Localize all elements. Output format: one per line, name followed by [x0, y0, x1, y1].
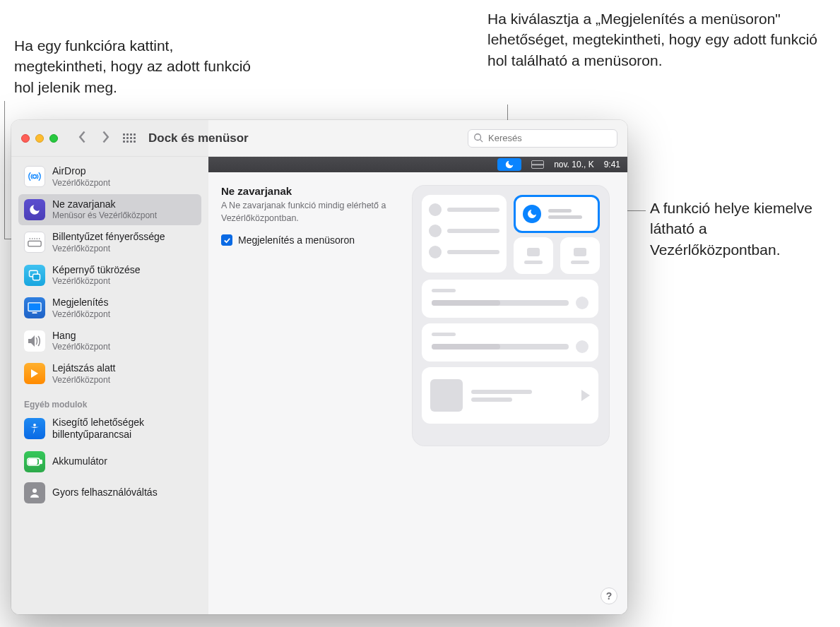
dnd-icon — [24, 199, 45, 220]
search-field-wrap — [468, 129, 617, 148]
keyboard-brightness-icon — [24, 232, 45, 253]
search-input[interactable] — [468, 129, 617, 148]
callout-text: A funkció helye kiemelve látható a Vezér… — [650, 198, 834, 260]
sidebar-item-label: Megjelenítés — [52, 297, 110, 309]
moon-icon — [523, 205, 541, 223]
display-icon — [24, 297, 45, 318]
sidebar-item-accessibility-shortcuts[interactable]: Kisegítő lehetőségek billentyűparancsai — [18, 412, 201, 446]
preview-small-tile — [560, 237, 600, 274]
checkbox-label: Megjelenítés a menüsoron — [238, 234, 355, 246]
screen-mirroring-icon — [24, 265, 45, 286]
sidebar-item-sublabel: Vezérlőközpont — [52, 178, 110, 189]
sidebar-item-label: Hang — [52, 330, 110, 342]
accessibility-icon — [24, 418, 45, 439]
settings-column: Ne zavarjanak A Ne zavarjanak funkció mi… — [221, 185, 398, 602]
preview-toggle-list-tile — [422, 195, 507, 273]
sidebar-item-label: Gyors felhasználóváltás — [52, 486, 158, 499]
menubar-date: nov. 10., K — [554, 160, 593, 169]
preview-slider-tile — [422, 323, 598, 362]
play-icon — [581, 390, 590, 401]
help-button[interactable]: ? — [601, 587, 617, 604]
user-icon — [24, 482, 45, 503]
sidebar-item-sublabel: Vezérlőközpont — [52, 276, 141, 287]
sidebar-item-display[interactable]: Megjelenítés Vezérlőközpont — [18, 292, 201, 324]
panel-description: A Ne zavarjanak funkció mindig elérhető … — [221, 200, 398, 225]
sidebar-item-screen-mirroring[interactable]: Képernyő tükrözése Vezérlőközpont — [18, 260, 201, 292]
sidebar-item-label: Lejátszás alatt — [52, 362, 116, 375]
forward-button[interactable] — [100, 130, 110, 146]
svg-rect-6 — [32, 313, 37, 314]
sidebar-item-sublabel: Vezérlőközpont — [52, 375, 116, 386]
preview-small-tile — [514, 237, 553, 274]
toolbar-nav — [78, 130, 136, 146]
control-center-preview — [412, 185, 610, 446]
svg-rect-4 — [33, 274, 40, 280]
sidebar-item-label: Akkumulátor — [52, 455, 107, 468]
preview-dnd-highlight-tile — [514, 195, 600, 233]
airdrop-icon — [24, 166, 45, 187]
menubar-dnd-highlight — [497, 158, 521, 171]
search-icon — [473, 133, 483, 143]
callout-text: Ha egy funkcióra kattint, megtekintheti,… — [14, 35, 254, 97]
svg-point-1 — [33, 175, 37, 179]
sidebar-item-keyboard-brightness[interactable]: Billentyűzet fényerőssége Vezérlőközpont — [18, 227, 201, 258]
preview-slider-tile — [422, 280, 598, 318]
sidebar-item-label: AirDrop — [52, 165, 110, 178]
checkbox-checked-icon — [221, 234, 232, 246]
svg-rect-10 — [29, 459, 37, 464]
svg-point-7 — [33, 424, 36, 426]
sidebar-item-label: Ne zavarjanak — [52, 198, 157, 211]
sidebar-item-now-playing[interactable]: Lejátszás alatt Vezérlőközpont — [18, 358, 201, 390]
callout-line — [4, 101, 5, 239]
sidebar-item-sound[interactable]: Hang Vezérlőközpont — [18, 326, 201, 357]
svg-point-0 — [475, 133, 481, 140]
svg-rect-9 — [40, 460, 42, 463]
preview-column — [412, 185, 615, 602]
battery-icon — [24, 451, 45, 472]
preferences-window: Dock és menüsor AirDrop Vezérlőközpont — [11, 120, 627, 614]
sidebar-item-battery[interactable]: Akkumulátor — [18, 447, 201, 477]
show-in-menubar-checkbox-row[interactable]: Megjelenítés a menüsoron — [221, 234, 398, 246]
sidebar-item-dnd[interactable]: Ne zavarjanak Menüsor és Vezérlőközpont — [18, 194, 201, 226]
sidebar-item-airdrop[interactable]: AirDrop Vezérlőközpont — [18, 161, 201, 193]
titlebar: Dock és menüsor — [11, 120, 627, 157]
svg-rect-5 — [28, 303, 41, 311]
svg-point-11 — [32, 489, 37, 493]
back-button[interactable] — [78, 130, 88, 146]
sidebar[interactable]: AirDrop Vezérlőközpont Ne zavarjanak Men… — [11, 157, 208, 614]
menubar-time: 9:41 — [604, 160, 620, 169]
close-button[interactable] — [21, 134, 30, 143]
zoom-button[interactable] — [49, 134, 58, 143]
show-all-button[interactable] — [123, 133, 136, 143]
sidebar-section-header: Egyéb modulok — [18, 391, 201, 412]
control-center-icon — [531, 160, 544, 169]
sound-icon — [24, 330, 45, 352]
sidebar-item-sublabel: Menüsor és Vezérlőközpont — [52, 210, 157, 221]
callout-text: Ha kiválasztja a „Megjelenítés a menüsor… — [487, 8, 820, 71]
preview-menubar: nov. 10., K 9:41 — [208, 157, 627, 172]
minimize-button[interactable] — [35, 134, 44, 143]
window-controls — [21, 134, 58, 143]
sidebar-item-fast-user-switching[interactable]: Gyors felhasználóváltás — [18, 478, 201, 508]
sidebar-item-sublabel: Vezérlőközpont — [52, 244, 165, 254]
sidebar-item-label: Képernyő tükrözése — [52, 264, 141, 277]
sidebar-item-sublabel: Vezérlőközpont — [52, 342, 110, 352]
sidebar-item-sublabel: Vezérlőközpont — [52, 309, 110, 320]
svg-rect-2 — [28, 241, 41, 247]
now-playing-icon — [24, 363, 45, 384]
panel-title: Ne zavarjanak — [221, 185, 398, 197]
window-title: Dock és menüsor — [148, 131, 249, 145]
preview-media-tile — [422, 367, 598, 424]
content-pane: nov. 10., K 9:41 Ne zavarjanak A Ne zava… — [208, 157, 627, 614]
sidebar-item-label: Kisegítő lehetőségek billentyűparancsai — [52, 417, 196, 441]
sidebar-item-label: Billentyűzet fényerőssége — [52, 231, 165, 244]
